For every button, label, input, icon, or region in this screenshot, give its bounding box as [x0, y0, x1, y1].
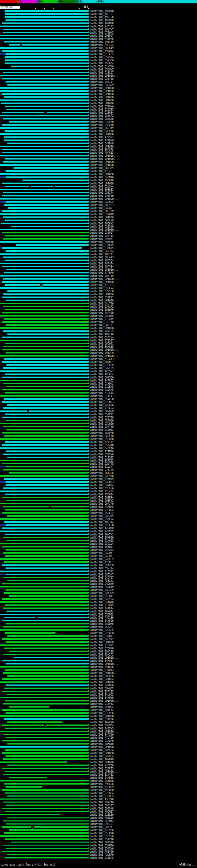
hit-label[interactable]: UniRef100_P30570 [90, 121, 113, 123]
hit-bar[interactable] [7, 334, 88, 335]
hit-bar[interactable] [0, 155, 88, 156]
hit-bar[interactable] [3, 577, 88, 578]
hit-label[interactable]: UniRef100_A8BLJ5 [90, 816, 113, 819]
hit-bar[interactable] [3, 407, 88, 409]
hit-bar[interactable] [2, 432, 88, 434]
hit-bar[interactable] [7, 635, 88, 637]
hit-label[interactable]: UniRef100_B4QY54 [90, 598, 113, 601]
hit-label[interactable]: UniRef100_Q9XZ40 [90, 801, 113, 804]
hit-label[interactable]: UniRef100_Q5QGYZ [90, 68, 113, 71]
hit-bar[interactable] [6, 364, 88, 366]
hit-bar[interactable] [5, 792, 88, 794]
hit-bar[interactable] [2, 826, 88, 828]
hit-bar[interactable] [2, 789, 88, 791]
hit-label[interactable]: UniRef100_UP1000... [90, 752, 118, 755]
hit-bar[interactable] [0, 315, 88, 316]
hit-label[interactable]: UniRef100_B8C239 [90, 210, 113, 213]
hit-bar[interactable] [2, 312, 88, 313]
hit-label[interactable]: UniRef100_Q3E5V8 [90, 453, 113, 456]
hit-label[interactable]: UniRef100_Q9SF97 [90, 34, 113, 37]
hit-label[interactable]: UniRef100_UP1000... [90, 355, 118, 358]
hit-label[interactable]: UniRef100_B5X3G6 [90, 59, 113, 62]
hit-label[interactable]: UniRef100_Q4PBH9 [90, 142, 113, 145]
hit-label[interactable]: UniRef100_Q4CWX5 [90, 315, 113, 317]
hit-label[interactable]: UniRef100_A4HH89 [90, 527, 113, 530]
hit-label[interactable]: UniRef100_Q23LB0 [90, 813, 113, 816]
hit-label[interactable]: UniRef100_Q8GYH3 [90, 204, 113, 207]
hit-bar[interactable] [0, 762, 66, 763]
hit-bar[interactable] [5, 105, 88, 107]
hit-label[interactable]: UniRef100_UP1000... [90, 662, 118, 665]
hit-label[interactable]: UniRef100_Q8SS80 [90, 841, 113, 844]
hit-bar[interactable] [4, 592, 88, 594]
hit-bar[interactable] [0, 164, 88, 166]
hit-label[interactable]: UniRef100_B4JZW5 [90, 727, 113, 730]
hit-bar[interactable] [0, 380, 88, 381]
hit-label[interactable]: UniRef100_A9QW37 [90, 810, 113, 813]
hit-bar[interactable] [2, 416, 88, 418]
hit-label[interactable]: UniRef100_C4QV16 [90, 447, 113, 450]
hit-label[interactable]: UniRef100_Q5CRJ8 [90, 832, 113, 835]
hit-bar[interactable] [0, 87, 88, 89]
hit-label[interactable]: UniRef100_C5KY48 [90, 838, 113, 841]
hit-label[interactable]: UniRef100_Q7ZWX5 [90, 31, 113, 34]
hit-bar[interactable] [9, 706, 49, 708]
hit-label[interactable]: UniRef100_Q8NUE7 [90, 361, 113, 364]
hit-label[interactable]: UniRef100_C4Q8D3 [90, 481, 113, 484]
hit-bar[interactable] [0, 327, 88, 329]
hit-label[interactable]: UniRef100_UP1000... [90, 278, 118, 280]
hit-label[interactable]: UniRef100_B4NHH0 [90, 684, 113, 687]
hit-label[interactable]: UniRef100_B8LK49 [90, 47, 113, 50]
hit-label[interactable]: UniRef100_UP1000... [90, 348, 118, 351]
hit-label[interactable]: UniRef100_Q8LA93 [90, 256, 113, 259]
hit-label[interactable]: UniRef100_Q5DEG2 [90, 512, 113, 515]
hit-bar[interactable] [2, 583, 88, 584]
hit-label[interactable]: UniRef100_C5MC94 [90, 518, 113, 521]
hit-bar[interactable] [5, 805, 88, 806]
hit-label[interactable]: UniRef100_B2YH19 [90, 213, 113, 216]
hit-bar[interactable] [2, 266, 88, 267]
hit-label[interactable]: UniRef100_Q28346 [90, 225, 113, 228]
hit-label[interactable]: UniRef100_B3RZ62 [90, 459, 113, 462]
hit-label[interactable]: UniRef100_Q2QZE3 [90, 108, 113, 111]
hit-label[interactable]: UniRef100_B4HDB8 [90, 777, 113, 779]
hit-bar[interactable] [0, 253, 88, 255]
hit-label[interactable]: UniRef100_C5JCX5 [90, 389, 113, 391]
hit-bar[interactable] [2, 149, 88, 150]
hit-bar[interactable] [4, 521, 88, 523]
hit-label[interactable]: UniRef100_Q7Z9N6 [90, 105, 113, 108]
hit-bar[interactable] [9, 121, 88, 123]
hit-label[interactable]: UniRef100_Q2GTT8 [90, 463, 113, 465]
hit-bar[interactable] [0, 173, 88, 175]
hit-label[interactable]: UniRef100_Q6CCT0 [90, 435, 113, 438]
hit-label[interactable]: UniRef100_UP1000... [90, 87, 118, 90]
hit-bar[interactable] [0, 570, 88, 572]
hit-bar[interactable] [6, 611, 88, 612]
hit-bar[interactable] [5, 755, 88, 757]
hit-label[interactable]: UniRef100_B3M2P2 [90, 653, 113, 656]
hit-bar[interactable] [5, 771, 88, 772]
hit-label[interactable]: UniRef100_B0X640 [90, 743, 113, 745]
hit-bar[interactable] [2, 620, 88, 621]
hit-label[interactable]: UniRef100_Q56P27 [90, 231, 113, 234]
hit-label[interactable]: UniRef100_UP1000... [90, 299, 118, 302]
hit-label[interactable]: UniRef100_C5P4K8 [90, 444, 113, 447]
hit-label[interactable]: UniRef100_UP1000... [90, 715, 118, 718]
hit-bar[interactable] [2, 752, 88, 754]
hit-label[interactable]: UniRef100_A8Q3X4 [90, 521, 113, 524]
hit-label[interactable]: UniRef100_B6WW24 [90, 610, 113, 613]
hit-bar[interactable] [0, 491, 88, 492]
hit-label[interactable]: UniRef100_Q9SFY3 [90, 499, 113, 502]
hit-label[interactable]: UniRef100_A8P474 [90, 262, 113, 265]
hit-label[interactable]: UniRef100_B4P5J9 [90, 734, 113, 736]
hit-bar[interactable] [13, 657, 88, 658]
hit-label[interactable]: UniRef100_Q1HGJ5 [90, 539, 113, 542]
hit-bar[interactable] [5, 343, 88, 344]
hit-label[interactable]: UniRef100_C5KY49 [90, 426, 113, 428]
hit-label[interactable]: UniRef100_B4M917 [90, 659, 113, 662]
hit-label[interactable]: UniRef100_B9WW27 [90, 546, 113, 548]
hit-bar[interactable] [2, 93, 88, 95]
hit-bar[interactable] [0, 75, 88, 76]
hit-bar[interactable] [3, 488, 88, 489]
hit-label[interactable]: UniRef100_B4PR94 [90, 607, 113, 610]
